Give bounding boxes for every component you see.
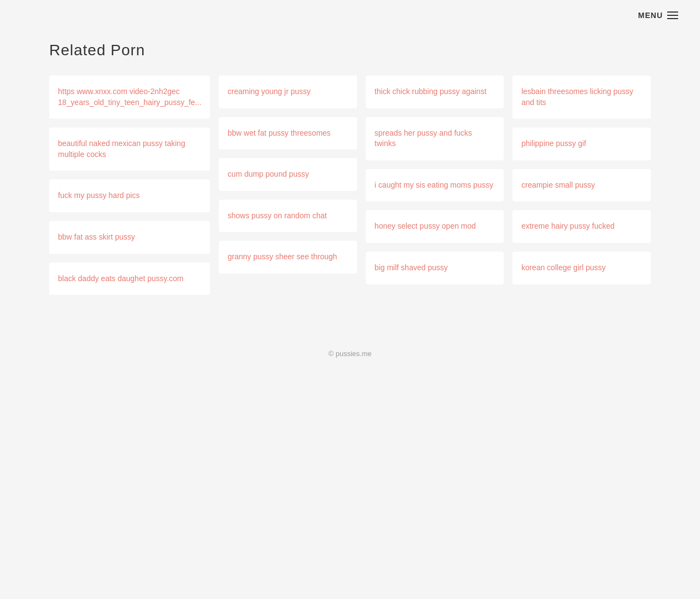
list-item[interactable]: creaming young jr pussy: [219, 75, 357, 108]
list-item[interactable]: extreme hairy pussy fucked: [512, 210, 651, 243]
item-link[interactable]: shows pussy on random chat: [228, 211, 348, 222]
hamburger-icon: [667, 11, 678, 19]
list-item[interactable]: thick chick rubbing pussy against: [366, 75, 504, 108]
item-link[interactable]: fuck my pussy hard pics: [58, 190, 201, 201]
list-item[interactable]: shows pussy on random chat: [219, 200, 357, 232]
list-item[interactable]: https www.xnxx.com video-2nh2gec 18_year…: [49, 75, 210, 119]
item-link[interactable]: bbw wet fat pussy threesomes: [228, 128, 348, 139]
item-link[interactable]: spreads her pussy and fucks twinks: [375, 128, 495, 149]
column-4: lesbain threesomes licking pussy and tit…: [512, 75, 651, 284]
column-2: creaming young jr pussybbw wet fat pussy…: [219, 75, 357, 274]
related-grid: https www.xnxx.com video-2nh2gec 18_year…: [49, 75, 651, 295]
list-item[interactable]: black daddy eats daughet pussy.com: [49, 263, 210, 295]
menu-label: MENU: [638, 11, 663, 20]
list-item[interactable]: cum dump pound pussy: [219, 158, 357, 191]
list-item[interactable]: beautiful naked mexican pussy taking mul…: [49, 127, 210, 171]
page-content: Related Porn https www.xnxx.com video-2n…: [27, 31, 673, 328]
list-item[interactable]: honey select pussy open mod: [366, 210, 504, 243]
column-3: thick chick rubbing pussy againstspreads…: [366, 75, 504, 284]
item-link[interactable]: beautiful naked mexican pussy taking mul…: [58, 138, 201, 160]
item-link[interactable]: korean college girl pussy: [521, 263, 642, 274]
item-link[interactable]: extreme hairy pussy fucked: [521, 221, 642, 232]
item-link[interactable]: lesbain threesomes licking pussy and tit…: [521, 86, 642, 108]
list-item[interactable]: creampie small pussy: [512, 169, 651, 202]
column-1: https www.xnxx.com video-2nh2gec 18_year…: [49, 75, 210, 295]
item-link[interactable]: creaming young jr pussy: [228, 86, 348, 97]
item-link[interactable]: big milf shaved pussy: [375, 263, 495, 274]
list-item[interactable]: spreads her pussy and fucks twinks: [366, 117, 504, 160]
list-item[interactable]: bbw wet fat pussy threesomes: [219, 117, 357, 150]
list-item[interactable]: bbw fat ass skirt pussy: [49, 221, 210, 254]
section-title: Related Porn: [49, 42, 651, 59]
item-link[interactable]: honey select pussy open mod: [375, 221, 495, 232]
list-item[interactable]: big milf shaved pussy: [366, 252, 504, 284]
list-item[interactable]: granny pussy sheer see through: [219, 241, 357, 274]
item-link[interactable]: i caught my sis eating moms pussy: [375, 180, 495, 191]
site-header: MENU: [0, 0, 700, 31]
copyright-text: © pussies.me: [329, 350, 372, 358]
item-link[interactable]: granny pussy sheer see through: [228, 252, 348, 263]
list-item[interactable]: korean college girl pussy: [512, 252, 651, 284]
item-link[interactable]: cum dump pound pussy: [228, 169, 348, 180]
list-item[interactable]: fuck my pussy hard pics: [49, 179, 210, 212]
list-item[interactable]: i caught my sis eating moms pussy: [366, 169, 504, 202]
menu-button[interactable]: MENU: [638, 11, 678, 20]
item-link[interactable]: https www.xnxx.com video-2nh2gec 18_year…: [58, 86, 201, 108]
item-link[interactable]: philippine pussy gif: [521, 138, 642, 149]
item-link[interactable]: creampie small pussy: [521, 180, 642, 191]
item-link[interactable]: thick chick rubbing pussy against: [375, 86, 495, 97]
item-link[interactable]: bbw fat ass skirt pussy: [58, 232, 201, 243]
item-link[interactable]: black daddy eats daughet pussy.com: [58, 274, 201, 284]
site-footer: © pussies.me: [0, 328, 700, 380]
list-item[interactable]: philippine pussy gif: [512, 127, 651, 160]
list-item[interactable]: lesbain threesomes licking pussy and tit…: [512, 75, 651, 119]
